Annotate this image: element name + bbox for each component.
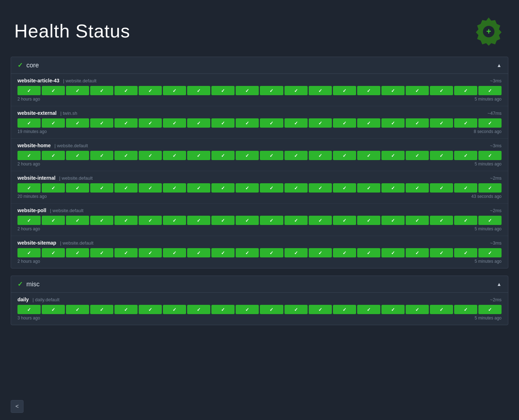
check-box: ✓ xyxy=(66,86,89,95)
checks-bar-website-poll: ✓✓✓✓✓✓✓✓✓✓✓✓✓✓✓✓✓✓✓✓ xyxy=(17,216,502,225)
service-row-website-home: website-home | website.default ~3ms ✓✓✓✓… xyxy=(11,139,508,171)
check-box: ✓ xyxy=(478,305,502,314)
check-box: ✓ xyxy=(90,216,113,225)
check-box: ✓ xyxy=(381,305,405,314)
check-box: ✓ xyxy=(114,118,138,128)
check-box: ✓ xyxy=(357,183,380,193)
check-box: ✓ xyxy=(260,305,283,314)
check-box: ✓ xyxy=(163,183,186,193)
check-box: ✓ xyxy=(430,118,453,128)
check-box: ✓ xyxy=(163,248,186,257)
bottom-bar: < xyxy=(11,400,24,413)
time-from-website-poll: 2 hours ago xyxy=(17,226,40,231)
check-box: ✓ xyxy=(42,216,65,225)
check-box: ✓ xyxy=(139,248,162,257)
check-box: ✓ xyxy=(260,183,283,193)
timestamps-website-internal: 20 minutes ago 43 seconds ago xyxy=(17,194,502,199)
timestamps-website-article-43: 2 hours ago 5 minutes ago xyxy=(17,97,502,102)
service-meta-website-external: website-external | twin.sh ~47ms xyxy=(17,110,502,116)
section-collapse-icon-misc[interactable]: ▲ xyxy=(497,281,502,287)
check-box: ✓ xyxy=(260,248,283,257)
check-box: ✓ xyxy=(139,151,162,160)
check-box: ✓ xyxy=(454,248,477,257)
service-group-website-internal: | website.default xyxy=(59,175,93,181)
check-box: ✓ xyxy=(211,216,235,225)
check-box: ✓ xyxy=(260,118,283,128)
timestamps-daily: 3 hours ago 5 minutes ago xyxy=(17,316,502,321)
time-to-website-sitemap: 5 minutes ago xyxy=(475,259,502,264)
sections-container: ✓ core ▲ website-article-43 | website.de… xyxy=(11,57,508,325)
section-header-core[interactable]: ✓ core ▲ xyxy=(11,57,508,74)
check-box: ✓ xyxy=(139,216,162,225)
check-box: ✓ xyxy=(333,86,356,95)
check-box: ✓ xyxy=(17,118,41,128)
service-name-group-website-external: website-external | twin.sh xyxy=(17,110,77,116)
time-from-website-internal: 20 minutes ago xyxy=(17,194,47,199)
service-meta-website-sitemap: website-sitemap | website.default ~3ms xyxy=(17,240,502,246)
check-box: ✓ xyxy=(236,183,259,193)
check-box: ✓ xyxy=(284,118,308,128)
checks-bar-website-internal: ✓✓✓✓✓✓✓✓✓✓✓✓✓✓✓✓✓✓✓✓ xyxy=(17,183,502,193)
section-header-misc[interactable]: ✓ misc ▲ xyxy=(11,276,508,293)
back-button[interactable]: < xyxy=(11,400,24,413)
check-box: ✓ xyxy=(17,248,41,257)
service-name-daily: daily xyxy=(17,297,29,302)
service-name-website-external: website-external xyxy=(17,110,57,116)
check-box: ✓ xyxy=(17,183,41,193)
check-box: ✓ xyxy=(139,305,162,314)
check-box: ✓ xyxy=(406,118,429,128)
service-name-website-home: website-home xyxy=(17,143,51,148)
check-box: ✓ xyxy=(454,305,477,314)
check-box: ✓ xyxy=(478,86,502,95)
check-box: ✓ xyxy=(406,216,429,225)
check-box: ✓ xyxy=(406,86,429,95)
check-box: ✓ xyxy=(114,151,138,160)
service-row-website-internal: website-internal | website.default ~2ms … xyxy=(11,171,508,204)
time-to-website-article-43: 5 minutes ago xyxy=(475,97,502,102)
checks-bar-website-home: ✓✓✓✓✓✓✓✓✓✓✓✓✓✓✓✓✓✓✓✓ xyxy=(17,151,502,160)
check-box: ✓ xyxy=(163,216,186,225)
check-box: ✓ xyxy=(42,183,65,193)
section-check-icon-misc: ✓ xyxy=(17,280,23,288)
check-box: ✓ xyxy=(357,248,380,257)
check-box: ✓ xyxy=(139,86,162,95)
check-box: ✓ xyxy=(357,118,380,128)
check-box: ✓ xyxy=(187,118,210,128)
page-header: Health Status + xyxy=(11,7,508,57)
service-name-group-website-internal: website-internal | website.default xyxy=(17,175,93,181)
section-collapse-icon-core[interactable]: ▲ xyxy=(497,62,502,68)
check-box: ✓ xyxy=(309,86,332,95)
time-from-daily: 3 hours ago xyxy=(17,316,40,321)
check-box: ✓ xyxy=(454,183,477,193)
check-box: ✓ xyxy=(90,305,113,314)
check-box: ✓ xyxy=(211,248,235,257)
section-check-icon-core: ✓ xyxy=(17,61,23,69)
section-title-misc: ✓ misc xyxy=(17,280,40,288)
check-box: ✓ xyxy=(187,183,210,193)
time-to-daily: 5 minutes ago xyxy=(475,316,502,321)
check-box: ✓ xyxy=(333,305,356,314)
check-box: ✓ xyxy=(333,183,356,193)
service-timing-website-sitemap: ~3ms xyxy=(490,240,502,246)
service-meta-website-article-43: website-article-43 | website.default ~3m… xyxy=(17,77,502,84)
service-name-website-article-43: website-article-43 xyxy=(17,78,60,83)
check-box: ✓ xyxy=(90,248,113,257)
check-box: ✓ xyxy=(114,86,138,95)
service-name-group-website-home: website-home | website.default xyxy=(17,142,88,149)
time-from-website-home: 2 hours ago xyxy=(17,162,40,167)
service-name-group-daily: daily | daily.default xyxy=(17,296,60,303)
check-box: ✓ xyxy=(17,305,41,314)
check-box: ✓ xyxy=(211,305,235,314)
check-box: ✓ xyxy=(187,86,210,95)
check-box: ✓ xyxy=(90,118,113,128)
check-box: ✓ xyxy=(430,248,453,257)
checks-bar-daily: ✓✓✓✓✓✓✓✓✓✓✓✓✓✓✓✓✓✓✓✓ xyxy=(17,305,502,314)
check-box: ✓ xyxy=(114,248,138,257)
check-box: ✓ xyxy=(333,118,356,128)
check-box: ✓ xyxy=(187,305,210,314)
check-box: ✓ xyxy=(309,183,332,193)
check-box: ✓ xyxy=(187,151,210,160)
check-box: ✓ xyxy=(66,151,89,160)
service-meta-website-home: website-home | website.default ~3ms xyxy=(17,142,502,149)
check-box: ✓ xyxy=(309,305,332,314)
